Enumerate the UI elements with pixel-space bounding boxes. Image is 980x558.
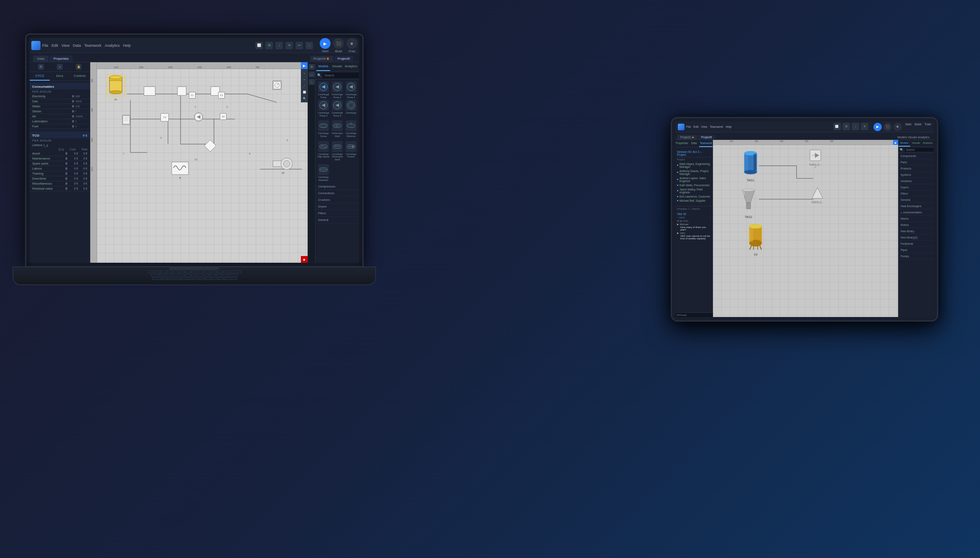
canvas-area[interactable]: 11 [97,69,308,263]
tablet-equipment-right-1[interactable]: Cr12-1_C... C [809,149,822,168]
menu-teamwork[interactable]: Teamwork [84,43,101,48]
menu-analytics[interactable]: Analytics [104,43,120,48]
tablet-menu-teamwork[interactable]: Teamwork [710,125,723,128]
centrifugal-pump-3-item[interactable]: CentrifugalPump 3 [345,81,357,99]
tool-pencil[interactable]: ✏ [302,77,307,82]
key[interactable] [197,274,203,276]
center-canvas[interactable]: 1100 1200 1300 1400 1500 600 800 900 100… [90,62,308,263]
tablet-cat-mixers[interactable]: Mixers [899,216,934,222]
menu-edit[interactable]: Edit [52,43,59,48]
tablet-toolbar-3[interactable]: ↓ [852,123,859,130]
toolbar-btn-6[interactable]: ⬚ [305,42,313,49]
process-box-c4[interactable]: C4 [160,113,169,122]
tablet-cat-motors[interactable]: Motors [899,222,934,228]
key[interactable] [187,277,193,280]
diamond-element[interactable] [204,139,217,154]
sidebar-btn-3[interactable]: ↕ [309,79,315,85]
key-enter[interactable] [224,277,237,280]
tab-properties[interactable]: Properties [49,56,73,62]
tablet-visuals-tab[interactable]: Visuals [910,140,922,147]
key[interactable] [173,271,179,273]
key[interactable] [218,277,224,280]
filters-item[interactable]: Filters [316,210,359,217]
tablet-cat-pumps[interactable]: Pumps [899,253,934,259]
process-box-g2[interactable]: G2 [220,113,227,120]
tablet-menu-file[interactable]: File [686,125,691,128]
key[interactable] [160,274,165,276]
tablet-cat-solutions[interactable]: Solutions [899,178,934,184]
centrifugal-pump-5-item[interactable]: CentrifugalPump 5 [331,100,344,117]
tablet-toolbar-4[interactable]: ✕ [861,123,868,130]
panel-tab-docs[interactable]: Docs [50,72,70,81]
panel-icon-lock[interactable]: 🔒 [76,64,81,70]
pump-motor-element[interactable]: 10 [272,157,293,170]
toolbar-btn-2[interactable]: ⚙ [265,42,273,49]
key[interactable] [204,271,210,273]
tag1-element[interactable]: TAG1 [742,149,759,182]
tablet-itrain-button[interactable]: ≡ [893,123,902,131]
centrifuge-perforated-shell-2-item[interactable]: CentrifugePerforatedShell [331,141,344,161]
key[interactable] [179,271,185,273]
tablet-data-tab[interactable]: Data [689,140,700,147]
tablet-cat-systems[interactable]: Systems [899,172,934,178]
centrifuge-screw-item[interactable]: CentrifugeScrew [317,120,330,137]
tablet-ibuild-button[interactable]: ⬛ [883,123,892,131]
message-input[interactable] [675,313,713,317]
tablet-project1-tab[interactable]: Project1 [677,135,697,140]
tablet-cat-heat-exchangers[interactable]: Heat Exchangers [899,203,934,209]
process-box-1[interactable] [144,86,155,96]
tablet-toolbar-2[interactable]: ⚙ [843,123,850,130]
key[interactable] [162,277,168,280]
centrifuge-item[interactable]: Centrifuge [345,100,357,117]
sidebar-btn-2[interactable]: — [309,71,315,77]
key[interactable] [222,274,228,276]
tablet-analytics-tab[interactable]: Analytics [922,140,934,147]
crushers-item[interactable]: Crushers [316,197,359,203]
panel-tab-ctco[interactable]: CTCO [30,72,50,81]
menu-help[interactable]: Help [123,43,131,48]
key[interactable] [185,274,191,276]
tablet-cat-dryers[interactable]: Dryers [899,184,934,190]
tool-box[interactable]: ⬜ [302,89,307,94]
key[interactable] [198,271,204,273]
tablet-cat-general[interactable]: General [899,197,934,203]
panel-icon-grid[interactable]: ⊞ [38,64,44,70]
key[interactable] [211,271,216,273]
key[interactable] [151,274,159,276]
key[interactable] [178,274,184,276]
tablet-teamwork-tab[interactable]: Teamwork [699,140,713,147]
tablet-play-btn[interactable]: ▶ [893,140,898,145]
tablet-cat-new-library[interactable]: New library [899,228,934,234]
key[interactable] [216,274,222,276]
centrifuge-pusher-item[interactable]: CentrifugePusher [345,141,357,161]
key[interactable] [186,271,191,273]
key[interactable] [167,271,173,273]
project5-tab[interactable]: Project5 [334,56,353,61]
key[interactable] [148,271,154,273]
tablet-menu-edit[interactable]: Edit [693,125,698,128]
process-box-left[interactable] [122,115,130,125]
tank-element-11[interactable]: 11 [106,74,125,96]
measurement-box[interactable]: 8 C6 [171,162,189,175]
tool-zoom[interactable]: 🔍 [302,96,307,101]
tablet-istart-button[interactable]: ▶ [873,123,882,131]
key[interactable] [199,277,205,280]
toolbar-btn-1[interactable]: ⬜ [255,42,263,49]
visuals-tab[interactable]: Visuals [330,62,344,71]
tablet-project5-tab[interactable]: Project5 [698,135,715,140]
v3-element[interactable]: V3 [746,221,765,256]
key[interactable] [210,274,216,276]
search-input[interactable] [323,73,359,78]
key[interactable] [206,277,211,280]
tablet-menu-view[interactable]: View [701,125,707,128]
centrifugal-pump-2-item[interactable]: CentrifugalPump 2 [331,81,344,99]
tablet-search-input[interactable] [905,148,934,152]
compressors-item[interactable]: Compressors [316,183,359,190]
tablet-cat-peripheral[interactable]: Peripheral [899,241,934,247]
key[interactable] [166,274,172,276]
centrifuge-separator-item[interactable]: CentrifugeSeparator [317,164,330,181]
models-tab[interactable]: Models [316,62,330,71]
key[interactable] [168,277,174,280]
istart-button[interactable]: ▶ iStart [320,38,331,53]
centrifuge-perforated-shell-item[interactable]: Perforated Shell [331,120,344,137]
